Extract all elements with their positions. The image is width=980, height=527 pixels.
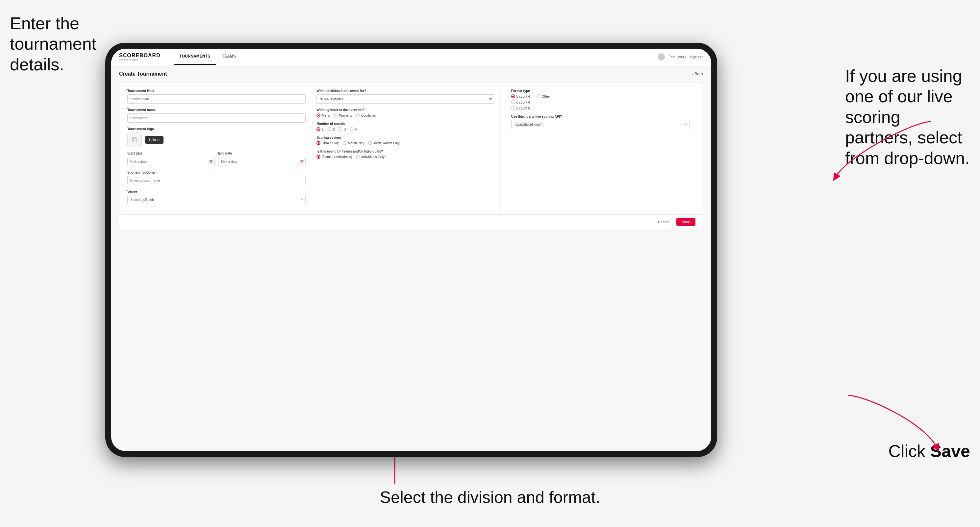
sponsor-input[interactable]: [127, 176, 305, 185]
form-footer: Cancel Save: [119, 214, 703, 229]
rounds-2[interactable]: 2: [328, 127, 335, 131]
avatar: [658, 53, 665, 60]
format-6count5-radio[interactable]: [511, 106, 515, 110]
gender-combined-radio[interactable]: [356, 113, 360, 117]
gender-womens-radio[interactable]: [334, 113, 338, 117]
annotation-top-left: Enter the tournament details.: [10, 13, 122, 75]
scoring-match-radio[interactable]: [342, 141, 347, 145]
sign-out-link[interactable]: Sign out: [690, 55, 703, 59]
scoring-medal-radio[interactable]: [368, 141, 372, 145]
individuals-radio[interactable]: [356, 155, 360, 159]
teams-plus-individuals[interactable]: Teams (+Individuals): [317, 155, 352, 159]
user-label: Test User |: [669, 55, 686, 59]
sponsor-group: Sponsor (optional): [127, 171, 305, 185]
app-header: SCOREBOARD Powered by clippit TOURNAMENT…: [111, 49, 711, 65]
format-6count4-radio[interactable]: [511, 100, 515, 104]
end-date-input[interactable]: [218, 157, 305, 166]
live-scoring-input[interactable]: Leaderboard King × ▾: [511, 120, 690, 129]
live-scoring-tag-text: Leaderboard King: [516, 123, 540, 126]
tournament-host-label: Tournament Host: [127, 89, 305, 93]
teams-group: Is this event for Teams and/or Individua…: [317, 149, 495, 159]
brand-name: SCOREBOARD: [119, 52, 161, 59]
nav-tab-teams[interactable]: TEAMS: [216, 49, 242, 65]
format-other-radio[interactable]: [536, 94, 541, 98]
form-col-3: Format type 5 count 4 Other: [506, 89, 695, 214]
tournament-host-input[interactable]: [127, 94, 305, 103]
scoring-group: Scoring system Stroke Play Match Play: [317, 136, 495, 145]
format-row-1: 5 count 4 Other: [511, 94, 690, 98]
rounds-4[interactable]: 4: [350, 127, 357, 131]
teams-radio[interactable]: [317, 155, 320, 159]
tournament-name-group: Tournament name: [127, 108, 305, 123]
brand-sub: Powered by clippit: [119, 59, 161, 61]
sponsor-label: Sponsor (optional): [127, 171, 305, 174]
gender-mens[interactable]: Mens: [317, 113, 329, 117]
rounds-4-radio[interactable]: [350, 127, 354, 131]
live-scoring-label: Use third-party live scoring API?: [511, 115, 690, 118]
form-col-1: Tournament Host Tournament name Tourname…: [127, 89, 311, 214]
end-date-label: End date: [218, 152, 305, 155]
format-type-label: Format type: [511, 89, 690, 93]
cancel-button[interactable]: Cancel: [654, 218, 673, 226]
rounds-2-radio[interactable]: [328, 127, 332, 131]
form-col-2: Which division is the event for? NCAA Di…: [317, 89, 500, 214]
gender-combined[interactable]: Combined: [356, 113, 376, 117]
save-button[interactable]: Save: [676, 218, 695, 226]
format-options: 5 count 4 Other 6 count 4: [511, 94, 690, 110]
rounds-1[interactable]: 1: [317, 127, 324, 131]
start-date-wrapper: 📅: [127, 157, 215, 166]
annotation-bottom-center: Select the division and format.: [380, 487, 600, 507]
gender-mens-radio[interactable]: [317, 113, 320, 117]
rounds-group: Number of rounds 1 2: [317, 122, 495, 131]
tournament-name-input[interactable]: [127, 113, 305, 123]
calendar-icon-end: 📅: [300, 160, 304, 163]
venue-input[interactable]: [127, 195, 305, 204]
upload-button[interactable]: Upload: [145, 136, 164, 144]
gender-group: Which gender is the event for? Mens Wome…: [317, 108, 495, 117]
annotation-top-right: If you are using one of our live scoring…: [845, 66, 970, 168]
division-select[interactable]: NCAA Division I: [317, 94, 495, 103]
format-other[interactable]: Other: [536, 94, 550, 98]
form-container: Tournament Host Tournament name Tourname…: [119, 82, 703, 214]
page-title: Create Tournament: [119, 71, 167, 77]
rounds-3[interactable]: 3: [339, 127, 346, 131]
logo-upload-area: Upload: [127, 132, 305, 147]
back-link[interactable]: Back: [692, 71, 703, 76]
live-scoring-dropdown-arrow: ▾: [685, 123, 687, 126]
format-row-3: 6 count 5: [511, 106, 690, 110]
rounds-3-radio[interactable]: [339, 127, 342, 131]
tournament-logo-group: Tournament logo Upload: [127, 127, 305, 147]
tablet-frame: SCOREBOARD Powered by clippit TOURNAMENT…: [105, 43, 717, 457]
gender-label: Which gender is the event for?: [317, 108, 495, 112]
svg-point-1: [133, 138, 134, 139]
tablet-screen: SCOREBOARD Powered by clippit TOURNAMENT…: [111, 49, 711, 451]
live-scoring-tag-close[interactable]: ×: [541, 123, 542, 126]
format-6count5[interactable]: 6 count 5: [511, 106, 530, 110]
gender-womens[interactable]: Womens: [334, 113, 352, 117]
rounds-1-radio[interactable]: [317, 127, 320, 131]
scoring-stroke-radio[interactable]: [317, 141, 320, 145]
start-date-label: Start date: [127, 152, 215, 155]
start-date-input[interactable]: [127, 157, 215, 166]
format-5count4[interactable]: 5 count 4: [511, 94, 530, 98]
nav-tab-tournaments[interactable]: TOURNAMENTS: [174, 49, 216, 65]
dates-group: Start date 📅 End date 📅: [127, 152, 305, 166]
logo-placeholder: [127, 132, 142, 147]
venue-label: Venue: [127, 190, 305, 193]
venue-group: Venue ▾: [127, 190, 305, 204]
scoring-match[interactable]: Match Play: [342, 141, 364, 145]
rounds-label: Number of rounds: [317, 122, 495, 125]
calendar-icon-start: 📅: [209, 160, 213, 163]
scoring-medal[interactable]: Medal Match Play: [368, 141, 399, 145]
teams-radio-group: Teams (+Individuals) Individuals Only: [317, 155, 495, 159]
individuals-only[interactable]: Individuals Only: [356, 155, 385, 159]
format-type-group: Format type 5 count 4 Other: [511, 89, 690, 110]
scoring-stroke[interactable]: Stroke Play: [317, 141, 339, 145]
live-scoring-tag: Leaderboard King ×: [514, 122, 545, 127]
format-6count4[interactable]: 6 count 4: [511, 100, 530, 104]
end-date-wrapper: 📅: [218, 157, 305, 166]
format-5count4-radio[interactable]: [511, 94, 515, 98]
format-row-2: 6 count 4: [511, 100, 690, 104]
brand-logo: SCOREBOARD Powered by clippit: [119, 52, 161, 61]
scoring-radio-group: Stroke Play Match Play Medal Match Play: [317, 141, 495, 145]
